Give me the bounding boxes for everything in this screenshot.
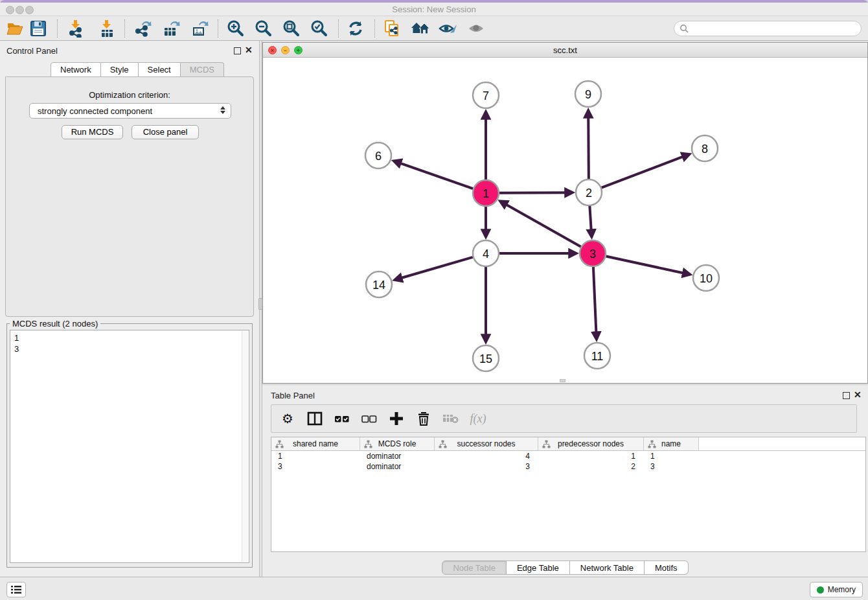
- column-header-predecessor-nodes[interactable]: predecessor nodes: [538, 437, 644, 450]
- svg-text:7: 7: [483, 89, 489, 102]
- export-image-icon[interactable]: [190, 19, 210, 38]
- network-canvas[interactable]: 7968124314101511: [263, 58, 867, 383]
- export-table-icon[interactable]: [162, 19, 181, 38]
- zoom-fit-icon[interactable]: [281, 19, 301, 38]
- tab-network-table[interactable]: Network Table: [570, 560, 645, 575]
- graph-node-3[interactable]: 3: [580, 240, 606, 266]
- criterion-dropdown[interactable]: strongly connected component: [29, 103, 231, 119]
- graph-node-2[interactable]: 2: [576, 179, 602, 205]
- import-network-icon[interactable]: [66, 19, 86, 38]
- graph-node-11[interactable]: 11: [584, 343, 610, 369]
- column-header-name[interactable]: name: [644, 437, 699, 450]
- svg-text:11: 11: [591, 350, 604, 363]
- toolbar-separator: [374, 19, 375, 38]
- tab-node-table[interactable]: Node Table: [442, 560, 507, 575]
- mcds-result-group: MCDS result (2 nodes) 1 3: [6, 319, 253, 568]
- deselect-all-icon[interactable]: [361, 410, 378, 427]
- tab-network[interactable]: Network: [51, 62, 101, 77]
- result-scrollbar[interactable]: [242, 331, 248, 562]
- zoom-out-icon[interactable]: [253, 19, 273, 38]
- table-cell: 4: [435, 451, 538, 461]
- main-toolbar: [0, 16, 868, 41]
- canvas-grip[interactable]: [560, 379, 565, 382]
- delete-column-icon[interactable]: [415, 410, 432, 427]
- node-table-header: shared nameMCDS rolesuccessor nodesprede…: [271, 437, 865, 451]
- graph-edge-2-9[interactable]: [588, 111, 589, 179]
- settings-gear-icon[interactable]: ⚙: [279, 410, 296, 427]
- home-view-icon[interactable]: [411, 19, 430, 38]
- task-history-button[interactable]: [6, 582, 26, 597]
- delete-table-icon[interactable]: [442, 410, 459, 427]
- close-table-panel-icon[interactable]: ✕: [854, 390, 862, 399]
- float-panel-icon[interactable]: [234, 47, 241, 54]
- network-view-window: × − + scc.txt 7968124314101511: [262, 42, 868, 384]
- tab-motifs[interactable]: Motifs: [645, 560, 689, 575]
- open-file-icon[interactable]: [5, 19, 25, 38]
- graph-node-8[interactable]: 8: [692, 135, 718, 161]
- tab-mcds[interactable]: MCDS: [181, 62, 224, 77]
- graph-edge-2-3[interactable]: [589, 206, 591, 237]
- column-view-icon[interactable]: [306, 410, 323, 427]
- close-panel-icon[interactable]: ✕: [245, 45, 253, 54]
- graph-edge-3-1[interactable]: [501, 202, 581, 247]
- graph-node-4[interactable]: 4: [473, 240, 499, 266]
- select-all-icon[interactable]: [334, 410, 350, 427]
- duplicate-network-icon[interactable]: [382, 19, 402, 38]
- graph-node-9[interactable]: 9: [575, 81, 601, 107]
- table-cell: dominator: [360, 461, 435, 472]
- table-row[interactable]: 1dominator411: [271, 451, 865, 461]
- graph-edge-1-6[interactable]: [394, 161, 474, 189]
- memory-button[interactable]: Memory: [810, 582, 863, 597]
- add-column-icon[interactable]: [388, 410, 405, 427]
- graph-edge-2-8[interactable]: [602, 154, 689, 187]
- zoom-selected-icon[interactable]: [309, 19, 328, 38]
- tab-edge-table[interactable]: Edge Table: [507, 560, 570, 575]
- hide-selected-icon[interactable]: [439, 19, 458, 38]
- status-bar: Memory: [0, 577, 868, 600]
- export-network-icon[interactable]: [133, 19, 153, 38]
- graph-node-14[interactable]: 14: [366, 271, 392, 297]
- float-table-panel-icon[interactable]: [843, 392, 850, 399]
- search-input[interactable]: [689, 23, 861, 34]
- svg-text:10: 10: [700, 272, 713, 285]
- graph-node-15[interactable]: 15: [473, 345, 499, 371]
- graph-node-7[interactable]: 7: [473, 82, 499, 108]
- graph-node-6[interactable]: 6: [365, 143, 391, 168]
- graph-node-10[interactable]: 10: [693, 265, 719, 291]
- tab-style[interactable]: Style: [101, 62, 139, 77]
- table-cell: 3: [271, 461, 360, 472]
- mcds-result-title: MCDS result (2 nodes): [10, 319, 100, 329]
- toolbar-separator: [218, 19, 218, 38]
- graph-edge-1-2[interactable]: [499, 192, 572, 193]
- close-panel-button[interactable]: Close panel: [131, 125, 199, 139]
- network-window-titlebar: × − + scc.txt: [263, 43, 867, 58]
- mcds-result-area[interactable]: 1 3: [10, 330, 249, 563]
- function-builder-icon[interactable]: f(x): [470, 410, 486, 427]
- table-row[interactable]: 3dominator323: [271, 461, 865, 472]
- table-cell: 1: [538, 451, 644, 461]
- import-table-icon[interactable]: [97, 19, 117, 38]
- refresh-layout-icon[interactable]: [346, 19, 365, 38]
- graph-edge-4-14[interactable]: [395, 257, 473, 280]
- column-header-shared-name[interactable]: shared name: [271, 437, 360, 450]
- column-header-successor-nodes[interactable]: successor nodes: [435, 437, 538, 450]
- control-panel-title: Control Panel: [6, 46, 58, 56]
- memory-label: Memory: [828, 585, 856, 594]
- tab-select[interactable]: Select: [139, 62, 181, 77]
- toolbar-separator: [338, 19, 339, 38]
- show-hidden-icon[interactable]: [467, 19, 486, 38]
- zoom-in-icon[interactable]: [225, 19, 245, 38]
- graph-node-1[interactable]: 1: [473, 180, 499, 206]
- graph-edge-3-10[interactable]: [606, 256, 690, 274]
- table-cell: 2: [538, 461, 644, 472]
- graph-edge-3-11[interactable]: [593, 267, 597, 339]
- search-field[interactable]: [674, 21, 862, 36]
- list-icon: [10, 585, 22, 594]
- network-graph: 7968124314101511: [263, 58, 867, 383]
- table-cell: 1: [271, 451, 360, 461]
- run-mcds-button[interactable]: Run MCDS: [62, 125, 123, 139]
- svg-text:15: 15: [479, 352, 492, 365]
- column-header-mcds-role[interactable]: MCDS role: [360, 437, 435, 450]
- network-title: scc.txt: [263, 45, 867, 55]
- save-session-icon[interactable]: [29, 19, 48, 38]
